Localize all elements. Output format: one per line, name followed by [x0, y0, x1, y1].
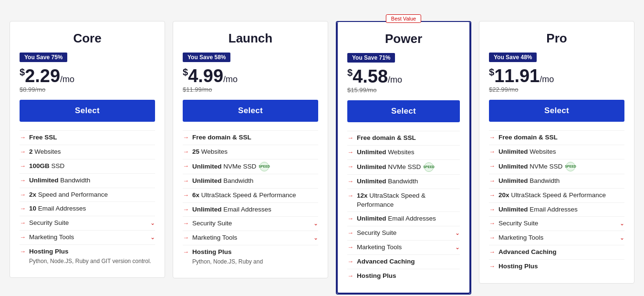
feature-item: → Advanced Caching [347, 254, 460, 269]
arrow-icon: → [489, 234, 496, 241]
feature-text: Unlimited Bandwidth [499, 177, 624, 186]
feature-item: → Unlimited Email Addresses [347, 211, 460, 226]
arrow-icon: → [183, 220, 189, 227]
plan-title: Launch [183, 31, 318, 46]
feature-text: Unlimited NVMe SSD SPEED [499, 162, 624, 171]
feature-text: Free domain & SSL [357, 134, 460, 143]
feature-text: 12x UltraStack Speed & Performance [357, 191, 460, 210]
feature-text: Unlimited NVMe SSD SPEED [192, 162, 318, 171]
arrow-icon: → [183, 177, 189, 184]
feature-text: Unlimited Websites [357, 148, 460, 157]
feature-item: → 2x Speed and Performance [20, 188, 155, 202]
feature-item: → Marketing Tools ⌄ [183, 231, 318, 245]
feature-item: → Unlimited Bandwidth [20, 173, 155, 188]
feature-text: Unlimited Bandwidth [357, 177, 460, 186]
feature-item: → Hosting Plus [489, 259, 624, 274]
feature-item: → Marketing Tools ⌄ [489, 231, 624, 245]
feature-text: Advanced Caching [499, 248, 624, 257]
price-main: $2.29/mo [20, 67, 155, 85]
feature-item: → Unlimited NVMe SSD SPEED [347, 159, 460, 174]
price-original: $15.99/mo [347, 86, 460, 94]
feature-item: → 20x UltraStack Speed & Performance [489, 188, 624, 202]
chevron-down-icon: ⌄ [150, 220, 155, 226]
feature-text: Free domain & SSL [192, 133, 318, 142]
features-list: → Free SSL → 2 Websites → 100GB SSD → Un… [20, 130, 155, 268]
arrow-icon: → [347, 258, 354, 265]
feature-text: Hosting PlusPython, Node.JS, Ruby and GI… [29, 247, 155, 265]
arrow-icon: → [183, 234, 189, 241]
feature-item: → 100GB SSD [20, 159, 155, 173]
feature-text: Hosting PlusPython, Node.JS, Ruby and [192, 248, 318, 266]
feature-text: Free SSL [29, 133, 155, 142]
arrow-icon: → [347, 178, 354, 185]
feature-item: → Hosting PlusPython, Node.JS, Ruby and … [20, 244, 155, 268]
select-button[interactable]: Select [20, 100, 155, 122]
arrow-icon: → [183, 148, 189, 155]
feature-text: Unlimited Bandwidth [192, 177, 318, 186]
plan-card-power: Power You Save 71% $4.58/mo $15.99/mo Se… [337, 22, 470, 294]
select-button[interactable]: Select [489, 100, 624, 122]
arrow-icon: → [20, 134, 26, 141]
select-button[interactable]: Select [347, 100, 460, 122]
feature-item: → Unlimited NVMe SSD SPEED [489, 159, 624, 174]
arrow-icon: → [347, 163, 354, 170]
feature-item: → Unlimited NVMe SSD SPEED [183, 159, 318, 174]
plan-title: Power [347, 32, 460, 46]
featured-border: Power You Save 71% $4.58/mo $15.99/mo Se… [336, 21, 471, 295]
features-list: → Free domain & SSL → Unlimited Websites… [347, 131, 460, 283]
feature-text: Marketing Tools [29, 233, 147, 242]
chevron-down-icon: ⌄ [313, 220, 318, 227]
feature-item: → Unlimited Bandwidth [347, 174, 460, 189]
feature-text: Security Suite [499, 219, 617, 228]
price-original: $22.99/mo [489, 86, 624, 93]
arrow-icon: → [183, 134, 189, 141]
arrow-icon: → [20, 177, 26, 184]
featured-wrapper: Best Value Power You Save 71% $4.58/mo $… [336, 21, 471, 295]
chevron-down-icon: ⌄ [455, 230, 460, 236]
feature-text: Unlimited Email Addresses [499, 205, 624, 214]
arrow-icon: → [20, 248, 26, 255]
save-badge: You Save 75% [20, 53, 67, 62]
speed-icon: SPEED [260, 162, 269, 171]
price-currency: $ [183, 67, 188, 77]
feature-item: → Security Suite ⌄ [20, 216, 155, 230]
price-main: $4.58/mo [347, 67, 460, 85]
arrow-icon: → [20, 233, 26, 241]
feature-text: Unlimited NVMe SSD SPEED [357, 162, 460, 172]
feature-text: 6x UltraStack Speed & Performance [192, 191, 318, 200]
feature-item: → Free domain & SSL [183, 130, 318, 145]
features-list: → Free domain & SSL → Unlimited Websites… [489, 130, 624, 274]
feature-item: → 6x UltraStack Speed & Performance [183, 188, 318, 202]
save-badge: You Save 58% [183, 53, 230, 62]
feature-text: 10 Email Addresses [29, 204, 155, 213]
arrow-icon: → [20, 205, 26, 212]
feature-item: → Unlimited Websites [489, 145, 624, 159]
feature-text: Hosting Plus [357, 272, 460, 281]
price-area: $4.99/mo $11.99/mo [183, 67, 318, 93]
feature-text: Unlimited Websites [499, 148, 624, 157]
arrow-icon: → [489, 134, 496, 141]
feature-text: Security Suite [357, 229, 452, 238]
feature-text: Advanced Caching [357, 257, 460, 266]
price-main: $4.99/mo [183, 67, 318, 85]
feature-item: → Free domain & SSL [489, 130, 624, 145]
save-badge: You Save 71% [347, 53, 395, 63]
feature-item: → Hosting Plus [347, 269, 460, 283]
price-original: $11.99/mo [183, 86, 318, 93]
chevron-down-icon: ⌄ [455, 244, 460, 251]
price-per: /mo [223, 74, 238, 84]
feature-item: → Free domain & SSL [347, 131, 460, 145]
arrow-icon: → [347, 215, 354, 222]
arrow-icon: → [489, 148, 496, 155]
select-button[interactable]: Select [183, 100, 318, 122]
arrow-icon: → [20, 191, 26, 198]
feature-text: 2x Speed and Performance [29, 190, 155, 200]
arrow-icon: → [489, 248, 496, 255]
feature-text: Security Suite [192, 219, 311, 228]
arrow-icon: → [183, 162, 189, 169]
arrow-icon: → [489, 206, 496, 213]
plan-card-pro: Pro You Save 48% $11.91/mo $22.99/mo Sel… [479, 21, 634, 284]
plans-container: Core You Save 75% $2.29/mo $8.99/mo Sele… [10, 10, 634, 295]
save-badge: You Save 48% [489, 53, 537, 62]
arrow-icon: → [347, 272, 354, 279]
